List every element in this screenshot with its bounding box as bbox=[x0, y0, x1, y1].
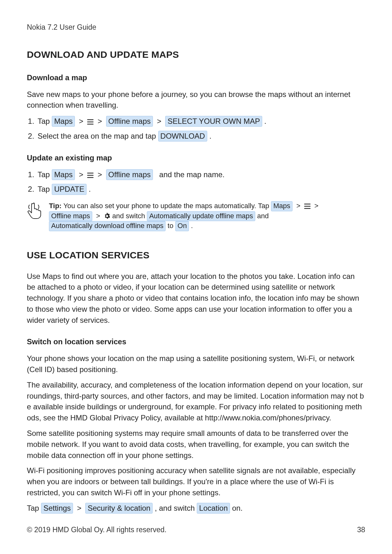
text: Tap bbox=[27, 504, 39, 512]
text: to bbox=[168, 222, 173, 230]
subsection-title-update-map: Update an existing map bbox=[27, 153, 365, 164]
breadcrumb-separator: > bbox=[77, 170, 85, 179]
breadcrumb-separator: > bbox=[94, 212, 102, 220]
text: Select the area on the map and tap bbox=[38, 132, 156, 140]
ui-chip-auto-update-offline-maps: Automatically update offline maps bbox=[147, 211, 255, 221]
paragraph: Your phone shows your location on the ma… bbox=[27, 353, 365, 375]
breadcrumb-separator: > bbox=[155, 117, 163, 125]
text: . bbox=[89, 185, 91, 193]
breadcrumb-separator: > bbox=[77, 117, 85, 125]
paragraph: Save new maps to your phone before a jou… bbox=[27, 89, 365, 111]
text: . bbox=[191, 222, 193, 230]
ui-chip-location: Location bbox=[197, 503, 230, 514]
text: . bbox=[264, 117, 267, 125]
list-item: Tap UPDATE . bbox=[36, 184, 365, 195]
hamburger-icon bbox=[304, 203, 311, 209]
ui-chip-auto-download-offline-maps: Automatically download offline maps bbox=[49, 221, 166, 231]
hamburger-icon bbox=[87, 172, 93, 178]
text: Tap bbox=[38, 170, 50, 179]
list-item: Tap Maps > > Offline maps > SELECT YOUR … bbox=[36, 116, 365, 127]
ui-chip-security-location: Security & location bbox=[85, 503, 153, 514]
paragraph: Tap Settings > Security & location , and… bbox=[27, 503, 365, 514]
ui-chip-update: UPDATE bbox=[52, 184, 87, 195]
text: and bbox=[257, 212, 269, 220]
ui-chip-on: On bbox=[175, 221, 189, 231]
paragraph: The availability, accuracy, and complete… bbox=[27, 380, 365, 424]
text: and switch bbox=[112, 212, 145, 220]
breadcrumb-separator: > bbox=[312, 202, 320, 210]
text: on. bbox=[232, 504, 243, 512]
paragraph: Some satellite positioning systems may r… bbox=[27, 428, 365, 461]
ui-chip-offline-maps: Offline maps bbox=[106, 169, 153, 180]
ui-chip-maps: Maps bbox=[52, 169, 75, 180]
tip-callout: Tip: You can also set your phone to upda… bbox=[27, 201, 365, 231]
breadcrumb-separator: > bbox=[75, 504, 83, 512]
subsection-title-switch-on-location: Switch on location services bbox=[27, 336, 365, 347]
text: Tap bbox=[38, 185, 50, 193]
list-item: Select the area on the map and tap DOWNL… bbox=[36, 131, 365, 142]
ui-chip-download: DOWNLOAD bbox=[158, 131, 207, 142]
tip-body: Tip: You can also set your phone to upda… bbox=[49, 201, 365, 231]
section-title-use-location-services: USE LOCATION SERVICES bbox=[27, 248, 365, 262]
tip-label: Tip: bbox=[49, 202, 62, 210]
text: and the map name. bbox=[159, 170, 225, 179]
text: , and switch bbox=[155, 504, 195, 512]
ordered-list: Tap Maps > > Offline maps > SELECT YOUR … bbox=[27, 116, 365, 142]
page-number: 38 bbox=[357, 525, 365, 535]
pointing-hand-icon bbox=[27, 202, 43, 222]
ui-chip-offline-maps: Offline maps bbox=[49, 211, 92, 221]
breadcrumb-separator: > bbox=[294, 202, 302, 210]
text: . bbox=[209, 132, 212, 140]
breadcrumb-separator: > bbox=[96, 170, 104, 179]
copyright-text: © 2019 HMD Global Oy. All rights reserve… bbox=[27, 525, 166, 535]
paragraph: Wi-Fi positioning improves positioning a… bbox=[27, 465, 365, 498]
text: You can also set your phone to update th… bbox=[63, 202, 269, 210]
gear-icon bbox=[104, 213, 110, 219]
page-footer: © 2019 HMD Global Oy. All rights reserve… bbox=[27, 525, 365, 535]
subsection-title-download-map: Download a map bbox=[27, 72, 365, 83]
ui-chip-settings: Settings bbox=[41, 503, 73, 514]
text bbox=[155, 170, 157, 179]
breadcrumb-separator: > bbox=[96, 117, 104, 125]
paragraph: Use Maps to find out where you are, atta… bbox=[27, 271, 365, 326]
list-item: Tap Maps > > Offline maps and the map na… bbox=[36, 169, 365, 180]
running-header: Nokia 7.2 User Guide bbox=[27, 22, 365, 33]
section-title-download-update-maps: DOWNLOAD AND UPDATE MAPS bbox=[27, 48, 365, 62]
text: Tap bbox=[38, 117, 50, 125]
ui-chip-maps: Maps bbox=[52, 116, 75, 127]
ordered-list: Tap Maps > > Offline maps and the map na… bbox=[27, 169, 365, 195]
ui-chip-select-your-own-map: SELECT YOUR OWN MAP bbox=[165, 116, 262, 127]
hamburger-icon bbox=[87, 119, 93, 125]
ui-chip-offline-maps: Offline maps bbox=[106, 116, 153, 127]
ui-chip-maps: Maps bbox=[271, 201, 292, 211]
